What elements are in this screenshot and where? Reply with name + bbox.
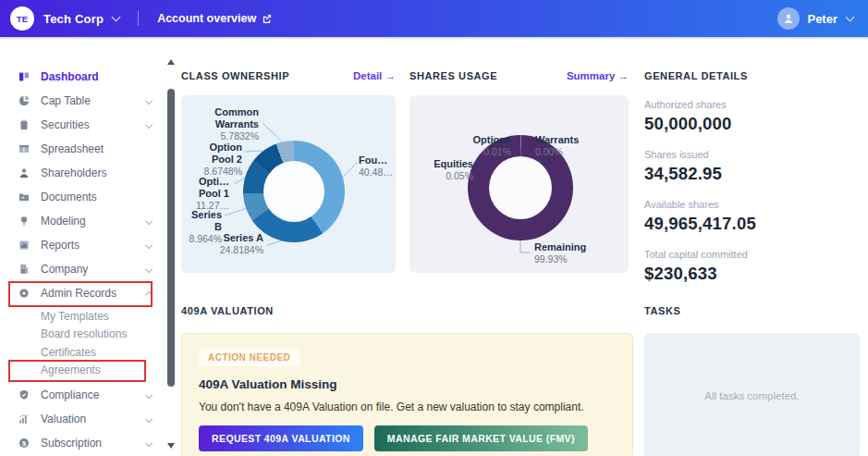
sidebar-item-documents[interactable]: Documents (0, 185, 165, 209)
section-title: GENERAL DETAILS (644, 70, 748, 81)
sidebar-item-valuation[interactable]: Valuation (0, 407, 165, 431)
sidebar-item-label: Reports (41, 239, 146, 252)
valuation-409a-section: 409A VALUATION ACTION NEEDED 409A Valuat… (181, 305, 633, 456)
chevron-down-icon (145, 415, 153, 423)
detail-value: 49,965,417.05 (644, 214, 860, 234)
detail-label: Available shares (644, 199, 860, 210)
chevron-down-icon (145, 97, 153, 105)
request-409a-valuation-button[interactable]: REQUEST 409A VALUATION (199, 425, 363, 451)
chevron-up-icon (145, 291, 153, 299)
tasks-empty-message: All tasks completed. (704, 390, 799, 401)
donut-label-option-pool-1: Opti… Pool 1 11.27… (189, 176, 229, 211)
sidebar-item-label: Compliance (41, 388, 146, 401)
sidebar-item-spreadsheet[interactable]: Spreadsheet (0, 137, 165, 161)
class-ownership-section: CLASS OWNERSHIP Detail → (181, 70, 396, 273)
sidebar-item-compliance[interactable]: Compliance (0, 383, 165, 407)
app-window: TE Tech Corp Account overview Peter (0, 0, 868, 456)
sidebar-subitem-label: Certificates (41, 346, 96, 359)
donut-label-equities: Equities 0.05% (420, 158, 473, 181)
sidebar-item-label: Securities (41, 118, 146, 131)
donut-label-common-warrants: Common Warrants 5.7832% (202, 106, 259, 142)
sidebar-item-subscription[interactable]: $ Subscription (0, 431, 165, 455)
person-icon (782, 12, 795, 25)
user-name: Peter (807, 12, 837, 26)
scroll-up-arrow[interactable] (167, 59, 175, 65)
sidebar-item-cap-table[interactable]: Cap Table (0, 89, 165, 113)
user-menu[interactable]: Peter (807, 12, 855, 26)
scrollbar-thumb[interactable] (167, 89, 175, 387)
pie-chart-icon (18, 95, 30, 107)
top-navbar: TE Tech Corp Account overview Peter (0, 0, 868, 39)
sidebar-item-shareholders[interactable]: Shareholders (0, 161, 165, 185)
sidebar-item-admin-records[interactable]: Admin Records (0, 281, 165, 305)
section-title: TASKS (644, 305, 680, 316)
class-ownership-detail-link[interactable]: Detail → (353, 70, 396, 81)
sidebar-subitem-agreements[interactable]: Agreements (0, 362, 165, 380)
sidebar-subitem-board-resolutions[interactable]: Board resolutions (0, 326, 165, 344)
sidebar-item-label: Admin Records (41, 287, 146, 300)
shares-usage-section: SHARES USAGE Summary → Options 0.01% (410, 70, 629, 273)
nav-divider (138, 11, 139, 26)
chart-increase-icon (18, 413, 30, 425)
sidebar-item-modeling[interactable]: Modeling (0, 209, 165, 233)
sidebar-item-label: Documents (41, 191, 155, 203)
sidebar-subitem-label: Board resolutions (41, 327, 127, 340)
detail-label: Authorized shares (644, 99, 860, 110)
sidebar-item-label: Valuation (41, 413, 146, 425)
donut-label-option-pool-2: Option Pool 2 8.6748% (196, 142, 242, 177)
sidebar-item-label: Shareholders (41, 166, 155, 179)
class-ownership-chart-panel: Common Warrants 5.7832% Option Pool 2 8.… (181, 95, 396, 273)
section-title: 409A VALUATION (181, 305, 274, 316)
folder-icon (18, 191, 30, 203)
detail-row-shares-issued: Shares issued 34,582.95 (644, 149, 860, 184)
chevron-down-icon (145, 391, 153, 399)
donut-hole (263, 161, 324, 222)
lightbulb-icon (18, 216, 30, 228)
user-avatar[interactable] (777, 7, 800, 30)
spreadsheet-icon (18, 143, 30, 155)
detail-row-available-shares: Available shares 49,965,417.05 (644, 199, 860, 234)
shield-icon (18, 389, 30, 401)
class-ownership-donut (243, 141, 345, 242)
sidebar-item-label: Cap Table (41, 94, 146, 107)
org-switcher[interactable]: Tech Corp (43, 12, 121, 26)
arrow-right-icon: → (618, 70, 630, 81)
detail-value: 50,000,000 (644, 114, 860, 134)
admin-records-submenu: My Templates Board resolutions Certifica… (0, 307, 165, 379)
sidebar-item-securities[interactable]: Securities (0, 113, 165, 137)
detail-value: $230,633 (644, 264, 860, 284)
chevron-down-icon (145, 241, 153, 249)
valuation-missing-heading: 409A Valuation Missing (199, 377, 616, 391)
building-icon (18, 264, 30, 276)
sidebar-subitem-label: Agreements (41, 364, 101, 376)
sidebar-item-dashboard[interactable]: Dashboard (0, 65, 165, 89)
arrow-right-icon: → (385, 70, 397, 81)
sidebar-item-reports[interactable]: Reports (0, 233, 165, 257)
vertical-scrollbar (165, 54, 177, 456)
sidebar-subitem-certificates[interactable]: Certificates (0, 343, 165, 362)
sidebar-item-label: Modeling (41, 215, 146, 228)
tasks-section: TASKS All tasks completed. (644, 305, 860, 456)
sidebar-item-company[interactable]: Company (0, 257, 165, 281)
shares-usage-summary-link[interactable]: Summary → (567, 70, 629, 81)
chevron-down-icon (145, 439, 153, 447)
donut-label-options: Options 0.01% (456, 134, 511, 157)
manage-fmv-button[interactable]: MANAGE FAIR MARKET VALUE (FMV) (374, 425, 588, 451)
sidebar-subitem-label: My Templates (41, 310, 109, 323)
detail-value: 34,582.95 (644, 164, 860, 184)
link-label: Summary (567, 70, 615, 81)
tasks-card: All tasks completed. (644, 333, 860, 456)
valuation-missing-body: You don't have a 409A Valuation on file.… (199, 401, 616, 413)
action-needed-badge: ACTION NEEDED (199, 349, 300, 366)
records-icon (18, 288, 30, 300)
link-label: Detail (353, 70, 382, 81)
chevron-down-icon (145, 121, 153, 129)
detail-row-total-capital: Total capital committed $230,633 (644, 249, 860, 284)
account-overview-link[interactable]: Account overview (157, 12, 272, 25)
chevron-down-icon (112, 13, 121, 22)
scroll-down-arrow[interactable] (167, 443, 175, 449)
org-avatar[interactable]: TE (10, 6, 34, 31)
sidebar-subitem-my-templates[interactable]: My Templates (0, 307, 165, 326)
detail-label: Total capital committed (644, 249, 860, 260)
sidebar-item-label: Subscription (41, 437, 146, 450)
